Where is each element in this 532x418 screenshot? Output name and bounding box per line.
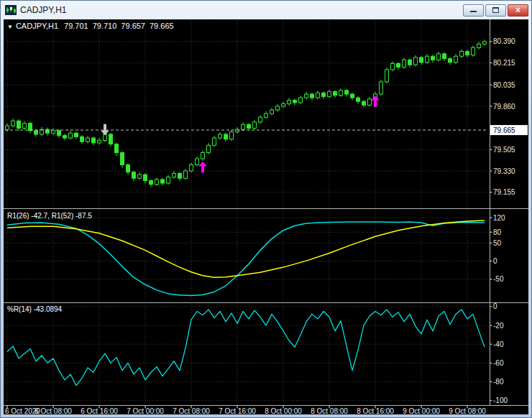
svg-text:80.390: 80.390: [493, 37, 515, 45]
svg-text:7 Oct 16:00: 7 Oct 16:00: [219, 407, 256, 415]
title-bar[interactable]: CADJPY,H1 ×: [1, 1, 531, 19]
svg-text:8 Oct 08:00: 8 Oct 08:00: [311, 407, 348, 415]
symbol-name: CADJPY,H1: [16, 22, 58, 30]
svg-text:7 Oct 00:00: 7 Oct 00:00: [127, 407, 164, 415]
maximize-button[interactable]: [485, 4, 506, 17]
svg-text:6 Oct 08:00: 6 Oct 08:00: [35, 407, 72, 415]
svg-text:-100: -100: [493, 396, 508, 404]
arrow-up-icon: [199, 161, 207, 172]
low-value: 79.657: [121, 22, 145, 30]
high-value: 79.710: [93, 22, 117, 30]
symbol-ohlc-label: ▼CADJPY,H179.70179.71079.65779.665: [7, 22, 178, 30]
chart-icon-graphic: [5, 5, 17, 15]
svg-text:79.665: 79.665: [493, 126, 515, 134]
series-line: [7, 310, 485, 386]
svg-text:50: 50: [493, 239, 502, 247]
svg-text:9 Oct 00:00: 9 Oct 00:00: [403, 407, 440, 415]
svg-text:-80: -80: [493, 378, 504, 386]
svg-text:-60: -60: [493, 359, 504, 367]
svg-text:-20: -20: [493, 322, 504, 330]
series-line: [7, 220, 485, 277]
close-value: 79.665: [150, 22, 174, 30]
svg-text:9 Oct 08:00: 9 Oct 08:00: [449, 407, 486, 415]
candles: [6, 40, 487, 187]
minimize-icon: [470, 6, 477, 12]
svg-text:0: 0: [493, 257, 497, 265]
minimize-button[interactable]: [463, 4, 484, 17]
window-controls: ×: [463, 4, 528, 17]
svg-text:120: 120: [493, 214, 505, 222]
window-title: CADJPY,H1: [20, 5, 66, 15]
close-icon: ×: [515, 6, 520, 14]
time-axis[interactable]: 6 Oct 20206 Oct 08:006 Oct 16:007 Oct 00…: [5, 406, 486, 415]
chevron-down-icon[interactable]: ▼: [7, 24, 13, 30]
svg-text:79.155: 79.155: [493, 188, 515, 196]
svg-text:7 Oct 08:00: 7 Oct 08:00: [173, 407, 210, 415]
arrow-up-icon: [372, 96, 380, 107]
chart-area[interactable]: 80.39080.21580.03579.86079.50579.33079.1…: [4, 19, 528, 414]
indicator-label-r1: R1(26) -42.7, R1(52) -87.5: [7, 212, 92, 220]
svg-text:6 Oct 16:00: 6 Oct 16:00: [81, 407, 118, 415]
svg-text:8 Oct 00:00: 8 Oct 00:00: [265, 407, 302, 415]
svg-text:79.505: 79.505: [493, 146, 515, 154]
svg-text:-40: -40: [493, 340, 504, 348]
maximize-icon: [492, 7, 499, 13]
series-line: [7, 222, 485, 295]
svg-text:80: 80: [493, 228, 502, 236]
indicator-label-percent-r: %R(14) -43.0894: [7, 305, 62, 313]
chart-icon: [5, 5, 17, 15]
chart-window: CADJPY,H1 × 80.39080.21580.03579.86079.5…: [0, 0, 532, 418]
svg-text:80.035: 80.035: [493, 81, 515, 89]
svg-text:79.330: 79.330: [493, 167, 515, 175]
open-value: 79.701: [64, 22, 88, 30]
svg-text:80.215: 80.215: [493, 59, 515, 67]
svg-text:8 Oct 16:00: 8 Oct 16:00: [357, 407, 394, 415]
svg-text:-50: -50: [493, 275, 504, 283]
close-button[interactable]: ×: [508, 4, 528, 17]
trade-arrows: [101, 96, 380, 173]
svg-text:79.860: 79.860: [493, 103, 515, 111]
svg-text:0: 0: [493, 302, 497, 310]
price-axis[interactable]: 80.39080.21580.03579.86079.50579.33079.1…: [490, 37, 528, 404]
